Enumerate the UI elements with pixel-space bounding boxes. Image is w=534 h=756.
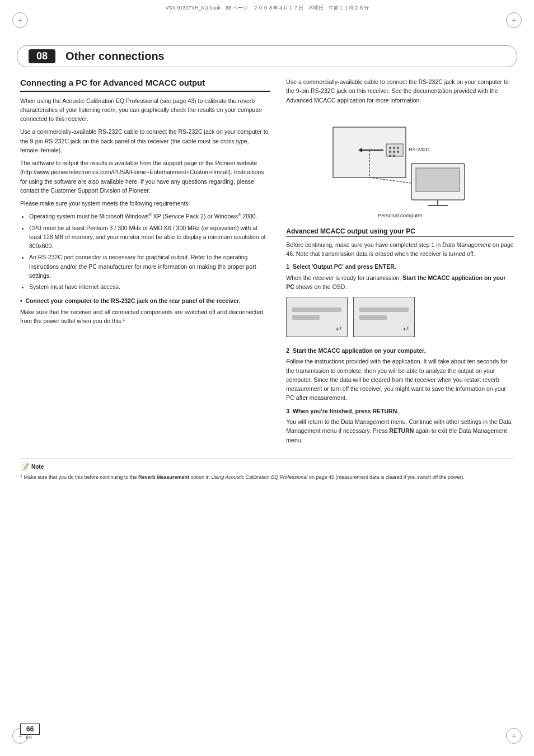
page-title: Other connections bbox=[65, 50, 165, 63]
step-2-body: Follow the instructions provided with th… bbox=[286, 357, 514, 402]
content-area: Connecting a PC for Advanced MCACC outpu… bbox=[20, 77, 514, 449]
footer-note: 📝 Note 1 Make sure that you do this befo… bbox=[20, 459, 514, 482]
req-item-2: CPU must be at least Pentium 3 / 300 MHz… bbox=[29, 223, 270, 251]
osd-line-2a bbox=[359, 307, 409, 312]
svg-point-3 bbox=[393, 147, 395, 149]
req-item-4: System must have internet access. bbox=[29, 282, 270, 291]
osd-arrow-1: ↵ bbox=[336, 324, 343, 333]
svg-point-9 bbox=[393, 155, 395, 157]
right-column: Use a commercially-available cable to co… bbox=[286, 77, 514, 449]
left-para-4: Please make sure your system meets the f… bbox=[20, 199, 270, 208]
connection-diagram: RS-232C bbox=[327, 110, 473, 211]
left-para-1: When using the Acoustic Calibration EQ P… bbox=[20, 96, 270, 124]
connect-heading: • Connect your computer to the RS-232C j… bbox=[20, 296, 270, 305]
req-item-3: An RS-232C port connector is necessary f… bbox=[29, 253, 270, 280]
osd-mockup: ↵ ↵ bbox=[286, 297, 514, 337]
page-lang: En bbox=[26, 735, 32, 740]
subsection-title: Advanced MCACC output using your PC bbox=[286, 227, 514, 237]
note-label: Note bbox=[31, 464, 44, 470]
svg-line-18 bbox=[369, 178, 411, 183]
svg-point-6 bbox=[393, 151, 395, 153]
left-para-3: The software to output the results is av… bbox=[20, 158, 270, 195]
svg-rect-15 bbox=[416, 168, 460, 192]
osd-lines-2 bbox=[359, 307, 409, 323]
note-header: 📝 Note bbox=[20, 463, 514, 471]
requirements-list: Operating system must be Microsoft Windo… bbox=[29, 212, 270, 291]
note-icon: 📝 bbox=[20, 463, 29, 471]
osd-line-1a bbox=[292, 307, 341, 312]
req-item-1: Operating system must be Microsoft Windo… bbox=[29, 212, 270, 221]
svg-point-5 bbox=[389, 151, 391, 153]
right-intro: Use a commercially-available cable to co… bbox=[286, 77, 514, 105]
step-1-body: When the receiver is ready for transmiss… bbox=[286, 273, 514, 292]
before-para: Before continuing, make sure you have co… bbox=[286, 240, 514, 259]
osd-box-2: ↵ bbox=[353, 297, 415, 337]
svg-text:RS-232C: RS-232C bbox=[409, 147, 430, 152]
svg-point-2 bbox=[389, 147, 391, 149]
page-number: 66 bbox=[20, 724, 40, 735]
connect-para: Make sure that the receiver and all conn… bbox=[20, 307, 270, 326]
svg-point-7 bbox=[397, 151, 399, 153]
step-3-body: You will return to the Data Management m… bbox=[286, 417, 514, 445]
osd-box-1: ↵ bbox=[286, 297, 348, 337]
page-header: 08 Other connections bbox=[17, 45, 517, 67]
diagram-label: Personal computer bbox=[378, 212, 423, 218]
osd-arrow-2: ↵ bbox=[403, 324, 410, 333]
svg-point-8 bbox=[389, 155, 391, 157]
corner-mark-tr bbox=[506, 12, 522, 28]
file-bar: VSX-9130TXH_KU.book 66 ページ ２００８年４月１７日 木曜… bbox=[0, 4, 534, 12]
step-3-heading: 3 When you're finished, press RETURN. bbox=[286, 407, 514, 416]
section-title: Connecting a PC for Advanced MCACC outpu… bbox=[20, 77, 270, 92]
diagram-area: RS-232C Personal computer bbox=[286, 110, 514, 218]
corner-mark-br bbox=[506, 728, 522, 744]
svg-point-4 bbox=[397, 147, 399, 149]
chapter-number: 08 bbox=[29, 49, 55, 63]
osd-line-1b bbox=[292, 315, 319, 320]
corner-mark-tl bbox=[12, 12, 28, 28]
step-1-heading: 1 Select 'Output PC' and press ENTER. bbox=[286, 262, 514, 271]
note-text: 1 Make sure that you do this before cont… bbox=[20, 473, 514, 482]
osd-line-2b bbox=[359, 315, 386, 320]
left-column: Connecting a PC for Advanced MCACC outpu… bbox=[20, 77, 270, 449]
left-para-2: Use a commercially-available RS-232C cab… bbox=[20, 127, 270, 155]
osd-lines-1 bbox=[292, 307, 341, 323]
step-2-heading: 2 Start the MCACC application on your co… bbox=[286, 346, 514, 355]
svg-rect-1 bbox=[386, 144, 403, 156]
